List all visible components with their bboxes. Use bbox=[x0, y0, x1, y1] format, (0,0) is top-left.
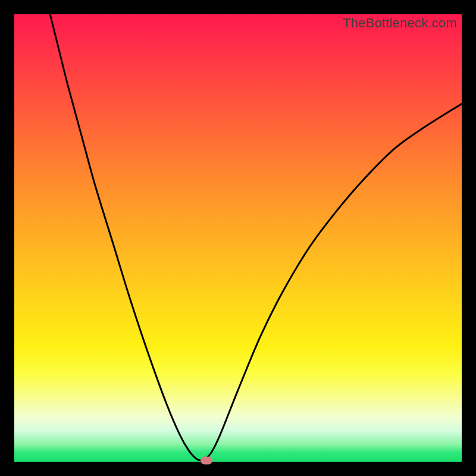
plot-area: TheBottleneck.com bbox=[14, 14, 462, 462]
curve-svg bbox=[14, 14, 462, 462]
bottleneck-curve bbox=[50, 14, 462, 461]
optimal-point-marker bbox=[201, 456, 212, 464]
chart-frame: TheBottleneck.com bbox=[0, 0, 476, 476]
